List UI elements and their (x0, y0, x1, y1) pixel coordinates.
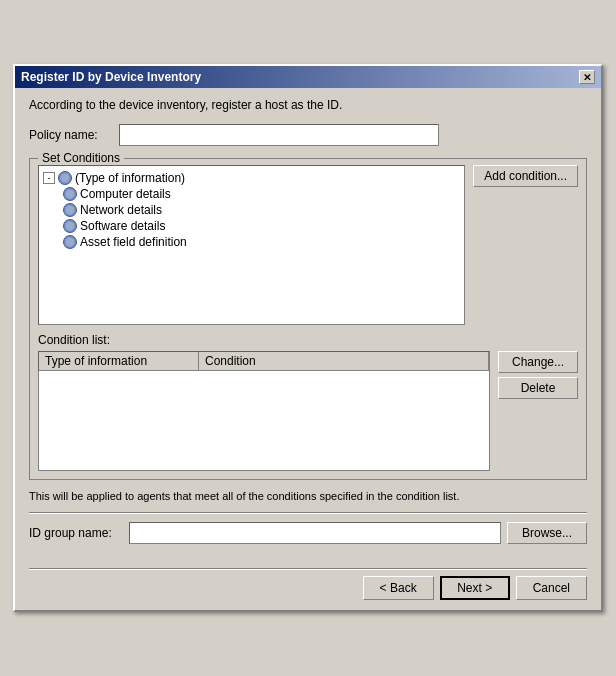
title-bar: Register ID by Device Inventory ✕ (15, 66, 601, 88)
policy-name-input[interactable] (119, 124, 439, 146)
change-button[interactable]: Change... (498, 351, 578, 373)
set-conditions-label: Set Conditions (38, 151, 124, 165)
tree-item-1[interactable]: Network details (63, 202, 460, 218)
tree-item-icon-3 (63, 235, 77, 249)
condition-side-buttons: Add condition... (473, 165, 578, 187)
tree-item-icon-1 (63, 203, 77, 217)
policy-name-label: Policy name: (29, 128, 119, 142)
tree-panel[interactable]: - (Type of information) Computer details… (38, 165, 465, 325)
condition-list-layout: Type of information Condition Change... … (38, 351, 578, 471)
delete-button[interactable]: Delete (498, 377, 578, 399)
tree-item-label-3: Asset field definition (80, 235, 187, 249)
tree-item-label-0: Computer details (80, 187, 171, 201)
tree-item-icon-2 (63, 219, 77, 233)
col-type-header: Type of information (39, 352, 199, 370)
browse-button[interactable]: Browse... (507, 522, 587, 544)
expand-root-icon[interactable]: - (43, 172, 55, 184)
tree-item-0[interactable]: Computer details (63, 186, 460, 202)
condition-table-wrap: Type of information Condition (38, 351, 490, 471)
id-group-row: ID group name: Browse... (29, 522, 587, 544)
dialog-title: Register ID by Device Inventory (21, 70, 201, 84)
cancel-button[interactable]: Cancel (516, 576, 587, 600)
condition-list-section: Condition list: Type of information Cond… (38, 333, 578, 471)
condition-table-header: Type of information Condition (38, 351, 490, 371)
set-conditions-group: Set Conditions - (Type of information) (29, 158, 587, 480)
tree-item-2[interactable]: Software details (63, 218, 460, 234)
id-group-input[interactable] (129, 522, 501, 544)
condition-list-side-buttons: Change... Delete (498, 351, 578, 399)
separator (29, 512, 587, 514)
root-folder-icon (58, 171, 72, 185)
tree-root-item[interactable]: - (Type of information) (43, 170, 460, 186)
conditions-layout: - (Type of information) Computer details… (38, 165, 578, 325)
tree-item-label-1: Network details (80, 203, 162, 217)
dialog-body: According to the device inventory, regis… (15, 88, 601, 568)
add-condition-button[interactable]: Add condition... (473, 165, 578, 187)
tree-item-icon-0 (63, 187, 77, 201)
condition-table-body[interactable] (38, 371, 490, 471)
policy-name-row: Policy name: (29, 124, 587, 146)
col-condition-header: Condition (199, 352, 489, 370)
description-text: According to the device inventory, regis… (29, 98, 587, 112)
tree-item-3[interactable]: Asset field definition (63, 234, 460, 250)
tree-root-label: (Type of information) (75, 171, 185, 185)
close-button[interactable]: ✕ (579, 70, 595, 84)
button-bar: < Back Next > Cancel (15, 570, 601, 610)
dialog-window: Register ID by Device Inventory ✕ Accord… (13, 64, 603, 612)
id-group-label: ID group name: (29, 526, 129, 540)
back-button[interactable]: < Back (363, 576, 434, 600)
condition-list-label: Condition list: (38, 333, 578, 347)
tree-children: Computer details Network details Softwar… (63, 186, 460, 250)
tree-item-label-2: Software details (80, 219, 165, 233)
next-button[interactable]: Next > (440, 576, 510, 600)
notice-text: This will be applied to agents that meet… (29, 490, 587, 502)
